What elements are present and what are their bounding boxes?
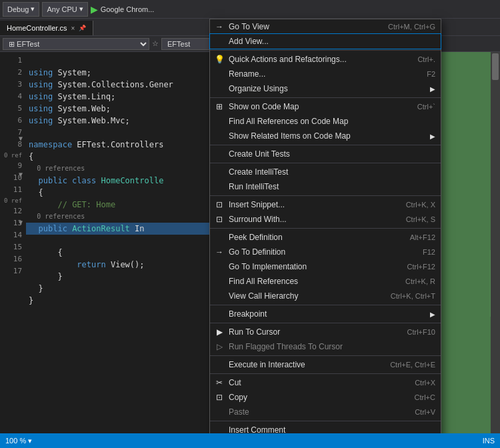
play-button[interactable]: ▶ [91,4,98,15]
menu-label-create-unit-tests: Create Unit Tests [229,149,435,159]
menu-shortcut-goto-definition: F12 [423,248,435,256]
menu-label-copy: Copy [229,393,404,402]
menu-separator-separator8 [210,323,441,323]
menu-shortcut-copy: Ctrl+C [415,393,435,401]
menu-label-add-view: Add View... [229,37,435,46]
browser-label: Google Chrom... [101,5,155,13]
menu-label-cut: Cut [229,378,404,387]
menu-label-run-to-cursor: Run To Cursor [229,327,397,337]
menu-label-create-intellitest: Create IntelliTest [229,167,435,177]
menu-shortcut-rename: F2 [427,70,435,78]
menu-item-find-refs-code-map[interactable]: Find All References on Code Map [210,114,441,129]
menu-shortcut-paste: Ctrl+V [415,408,435,416]
menu-label-show-code-map: Show on Code Map [229,102,407,111]
menu-label-run-intellitest: Run IntelliTest [229,182,435,191]
menu-item-add-view[interactable]: Add View... [210,34,441,49]
ins-label: INS [483,437,495,445]
cpu-dropdown-arrow: ▾ [79,5,83,13]
line-numbers: 1 2 3 4 5 6 7 8 0 ref 9 10 11 0 ref 12 1… [0,52,26,448]
menu-label-execute-interactive: Execute in Interactive [229,360,379,369]
cpu-dropdown[interactable]: Any CPU ▾ [42,2,87,17]
menu-item-surround-with[interactable]: ⊡Surround With...Ctrl+K, S [210,212,441,227]
menu-shortcut-find-all-refs: Ctrl+K, R [405,277,435,285]
menu-separator-separator2 [210,97,441,98]
menu-label-breakpoint: Breakpoint [229,309,427,319]
menu-shortcut-execute-interactive: Ctrl+E, Ctrl+E [390,361,435,369]
menu-label-run-flagged-threads: Run Flagged Threads To Cursor [229,342,435,351]
menu-item-run-intellitest[interactable]: Run IntelliTest [210,179,441,194]
menu-label-view-call-hierarchy: View Call Hierarchy [229,291,380,301]
menu-item-create-intellitest[interactable]: Create IntelliTest [210,165,441,179]
menu-separator-separator5 [210,195,441,196]
menu-item-find-all-refs[interactable]: Find All ReferencesCtrl+K, R [210,274,441,289]
menu-icon-surround-with: ⊡ [214,214,225,225]
menu-item-related-items[interactable]: Show Related Items on Code Map▶ [210,129,441,143]
vertical-scrollbar-thumb[interactable] [492,53,499,80]
zoom-dropdown-arrow: ▾ [28,437,32,445]
cpu-label: Any CPU [47,5,77,13]
menu-item-goto-definition[interactable]: →Go To DefinitionF12 [210,245,441,259]
menu-icon-run-to-cursor: ▶ [214,327,225,337]
menu-item-quick-actions[interactable]: 💡Quick Actions and Refactorings...Ctrl+. [210,52,441,67]
menu-separator-separator4 [210,163,441,163]
menu-label-organize-usings: Organize Usings [229,84,427,93]
menu-separator-separator7 [210,305,441,305]
nav-left-select[interactable]: ⊞ EFTest [3,38,149,50]
menu-label-goto-implementation: Go To Implementation [229,262,397,271]
menu-item-rename[interactable]: Rename...F2 [210,67,441,81]
menu-item-goto-view[interactable]: →Go To ViewCtrl+M, Ctrl+G [210,19,441,34]
menu-submenu-arrow-related-items: ▶ [430,133,435,140]
menu-item-cut[interactable]: ✂CutCtrl+X [210,375,441,390]
menu-label-rename: Rename... [229,69,416,79]
menu-submenu-arrow-organize-usings: ▶ [430,85,435,93]
context-menu: →Go To ViewCtrl+M, Ctrl+GAdd View...💡Qui… [209,19,441,448]
menu-item-view-call-hierarchy[interactable]: View Call HierarchyCtrl+K, Ctrl+T [210,289,441,303]
menu-icon-insert-snippet: ⊡ [214,199,225,210]
debug-label: Debug [7,5,29,13]
menu-label-peek-definition: Peek Definition [229,233,399,242]
vertical-scrollbar[interactable] [491,52,500,439]
tab-homecontroller-label: HomeController.cs [7,24,67,32]
menu-label-goto-definition: Go To Definition [229,247,412,257]
menu-shortcut-surround-with: Ctrl+K, S [406,215,435,223]
menu-shortcut-goto-view: Ctrl+M, Ctrl+G [388,23,435,31]
menu-item-copy[interactable]: ⊡CopyCtrl+C [210,390,441,405]
debug-dropdown-arrow: ▾ [31,5,35,13]
menu-separator-separator10 [210,373,441,374]
expand-ns-icon[interactable]: ▼ [19,135,23,142]
menu-item-paste: PasteCtrl+V [210,405,441,419]
menu-shortcut-insert-snippet: Ctrl+K, X [406,201,435,209]
menu-item-execute-interactive[interactable]: Execute in InteractiveCtrl+E, Ctrl+E [210,357,441,372]
menu-shortcut-goto-implementation: Ctrl+F12 [407,263,436,271]
menu-item-insert-snippet[interactable]: ⊡Insert Snippet...Ctrl+K, X [210,197,441,212]
tab-homecontroller[interactable]: HomeController.cs × 📌 [0,21,93,35]
menu-icon-goto-definition: → [214,247,225,257]
zoom-control[interactable]: 100 % ▾ [5,437,32,445]
menu-item-breakpoint[interactable]: Breakpoint▶ [210,307,441,321]
menu-item-run-to-cursor[interactable]: ▶Run To CursorCtrl+F10 [210,325,441,339]
menu-shortcut-run-to-cursor: Ctrl+F10 [407,328,436,336]
expand-method-icon[interactable]: ▼ [19,219,23,226]
menu-label-find-all-refs: Find All References [229,277,395,286]
menu-label-related-items: Show Related Items on Code Map [229,131,427,141]
expand-class-icon[interactable]: ▼ [19,171,23,178]
menu-item-show-code-map[interactable]: ⊞Show on Code MapCtrl+` [210,99,441,114]
menu-item-peek-definition[interactable]: Peek DefinitionAlt+F12 [210,230,441,245]
tab-close-button[interactable]: × [71,25,75,32]
menu-item-goto-implementation[interactable]: Go To ImplementationCtrl+F12 [210,259,441,274]
menu-shortcut-quick-actions: Ctrl+. [417,55,435,63]
debug-dropdown[interactable]: Debug ▾ [3,2,39,17]
menu-shortcut-peek-definition: Alt+F12 [410,233,435,241]
menu-label-quick-actions: Quick Actions and Refactorings... [229,55,407,64]
nav-separator: ☆ [152,39,159,48]
menu-shortcut-view-call-hierarchy: Ctrl+K, Ctrl+T [391,292,435,300]
menu-icon-copy: ⊡ [214,392,225,403]
code-editor[interactable]: 1 2 3 4 5 6 7 8 0 ref 9 10 11 0 ref 12 1… [0,52,210,448]
menu-label-find-refs-code-map: Find All References on Code Map [229,117,435,126]
status-bar: 100 % ▾ INS [0,433,500,448]
menu-item-organize-usings[interactable]: Organize Usings▶ [210,81,441,96]
menu-icon-quick-actions: 💡 [214,54,225,65]
toolbar: Debug ▾ Any CPU ▾ ▶ Google Chrom... [0,0,500,19]
tab-pin-icon: 📌 [79,25,86,31]
menu-item-create-unit-tests[interactable]: Create Unit Tests [210,147,441,161]
